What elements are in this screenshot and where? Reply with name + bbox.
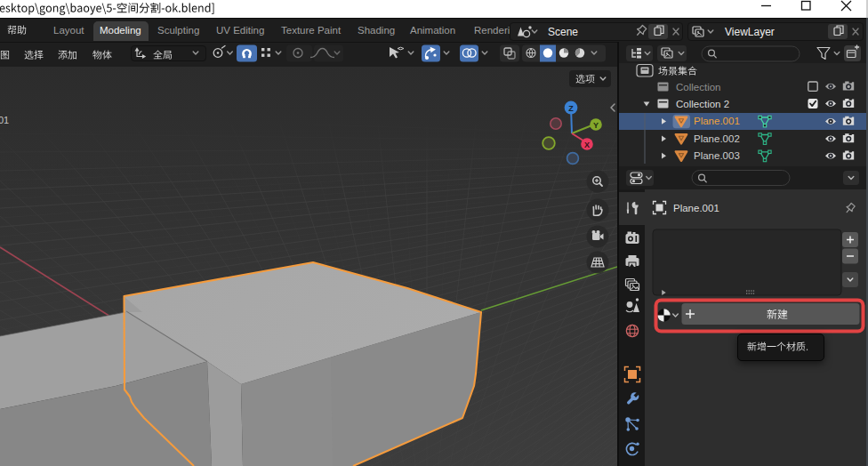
svg-text:Y: Y bbox=[593, 121, 599, 130]
svg-text:Z: Z bbox=[568, 104, 574, 113]
svg-text:X: X bbox=[584, 141, 590, 149]
